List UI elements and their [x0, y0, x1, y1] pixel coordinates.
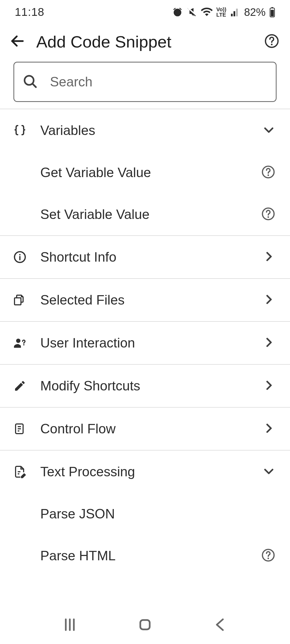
chevron-right-icon	[262, 422, 275, 436]
category-row-modify-shortcuts[interactable]: Modify Shortcuts	[0, 365, 290, 407]
pencil-icon	[13, 379, 40, 392]
braces-icon	[13, 124, 40, 137]
category-row-user-interaction[interactable]: User Interaction	[0, 322, 290, 364]
files-icon	[13, 294, 40, 306]
snippet-parse-html[interactable]: Parse HTML	[0, 535, 290, 577]
status-icons: Vo))LTE 82%	[172, 6, 275, 18]
category-label: User Interaction	[40, 335, 262, 351]
category-label: Shortcut Info	[40, 249, 262, 265]
category-row-shortcut-info[interactable]: Shortcut Info	[0, 236, 290, 278]
doc-edit-icon	[13, 465, 40, 478]
snippet-get-variable-value[interactable]: Get Variable Value	[0, 152, 290, 193]
category-row-variables[interactable]: Variables	[0, 109, 290, 152]
search-container	[0, 59, 290, 109]
snippet-label: Parse JSON	[40, 506, 275, 522]
category-label: Text Processing	[40, 464, 262, 480]
volte-icon: Vo))LTE	[216, 7, 226, 17]
category-row-text-processing[interactable]: Text Processing	[0, 451, 290, 493]
info-icon	[13, 251, 40, 264]
svg-point-11	[267, 216, 269, 218]
search-box[interactable]	[13, 62, 277, 102]
wifi-icon	[201, 6, 213, 18]
search-icon	[22, 74, 38, 90]
alarm-icon	[172, 7, 183, 17]
chevron-down-icon	[262, 123, 275, 137]
volume-mute-icon	[186, 7, 197, 17]
nav-home-button[interactable]	[137, 617, 153, 634]
category-label: Selected Files	[40, 292, 262, 308]
category-label: Modify Shortcuts	[40, 378, 262, 394]
chevron-down-icon	[262, 465, 275, 479]
svg-point-24	[267, 558, 269, 559]
category-label: Variables	[40, 123, 262, 138]
nav-back-button[interactable]	[212, 617, 228, 634]
help-button[interactable]	[264, 34, 279, 50]
snippet-label: Parse HTML	[40, 548, 261, 564]
help-icon[interactable]	[261, 548, 275, 563]
battery-icon	[269, 7, 275, 17]
battery-percent: 82%	[244, 6, 266, 18]
category-row-control-flow[interactable]: Control Flow	[0, 408, 290, 450]
svg-point-5	[271, 44, 273, 45]
snippet-label: Set Variable Value	[40, 207, 261, 222]
category-row-selected-files[interactable]: Selected Files	[0, 279, 290, 321]
back-button[interactable]	[9, 33, 26, 50]
chevron-right-icon	[262, 336, 275, 350]
svg-point-16	[23, 344, 24, 346]
status-bar: 11:18 Vo))LTE 82%	[0, 0, 290, 24]
signal-icon	[230, 7, 240, 17]
nav-recents-button[interactable]	[62, 617, 78, 634]
flowchart-icon	[13, 422, 40, 435]
help-icon[interactable]	[261, 165, 275, 180]
svg-rect-28	[140, 620, 150, 630]
snippet-label: Get Variable Value	[40, 165, 261, 180]
svg-point-9	[267, 174, 269, 176]
chevron-right-icon	[262, 379, 275, 393]
svg-point-14	[19, 254, 20, 255]
category-label: Control Flow	[40, 421, 262, 437]
svg-rect-2	[271, 10, 274, 16]
snippet-parse-json[interactable]: Parse JSON	[0, 493, 290, 535]
svg-rect-1	[271, 7, 273, 8]
user-question-icon	[13, 336, 40, 349]
app-bar: Add Code Snippet	[0, 24, 290, 59]
help-icon[interactable]	[261, 207, 275, 222]
page-title: Add Code Snippet	[36, 32, 253, 51]
system-nav-bar	[0, 612, 290, 644]
svg-line-7	[33, 84, 36, 87]
chevron-right-icon	[262, 250, 275, 264]
snippet-set-variable-value[interactable]: Set Variable Value	[0, 193, 290, 235]
svg-point-15	[16, 339, 20, 343]
chevron-right-icon	[262, 293, 275, 307]
status-time: 11:18	[15, 6, 44, 19]
search-input[interactable]	[50, 74, 268, 90]
